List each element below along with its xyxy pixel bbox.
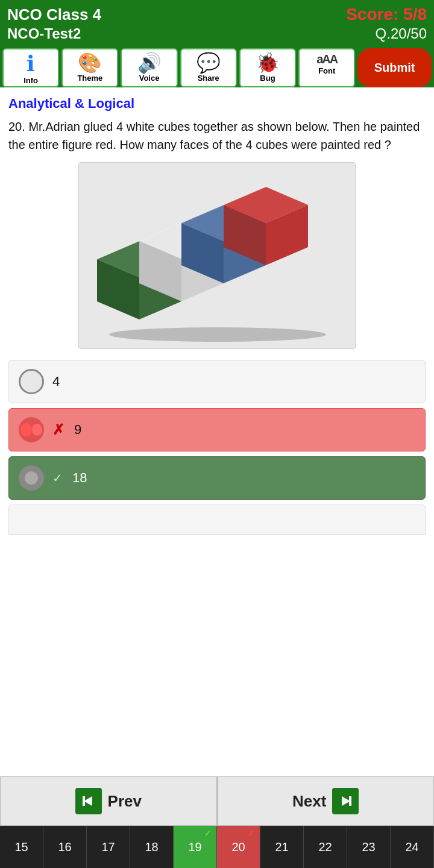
font-label: Font — [318, 66, 335, 75]
correct-icon: ✓ — [52, 471, 63, 485]
share-label: Share — [198, 74, 219, 83]
tick-icon: ✓ — [204, 828, 212, 838]
question-number: Q.20/50 — [376, 25, 427, 42]
qnum-15[interactable]: 15 — [0, 826, 43, 868]
svg-marker-18 — [84, 796, 92, 806]
answer-option-c[interactable]: ✓ 18 — [8, 456, 426, 500]
answer-text-b: 9 — [74, 422, 81, 438]
prev-button[interactable]: Prev — [0, 776, 218, 826]
next-icon — [332, 788, 359, 814]
navigation-bar: Prev Next — [0, 776, 434, 826]
content-area: Analytical & Logical 20. Mr.Adrian glued… — [0, 87, 434, 634]
question-text: 20. Mr.Adrian glued 4 white cubes togeth… — [8, 118, 426, 154]
qnum-17[interactable]: 17 — [87, 826, 130, 868]
voice-icon: 🔊 — [137, 53, 162, 72]
next-label: Next — [292, 792, 326, 811]
score-display: Score: 5/8 — [346, 5, 427, 24]
share-icon: 💬 — [197, 53, 221, 72]
qnum-18[interactable]: 18 — [130, 826, 174, 868]
app-title: NCO Class 4 — [7, 5, 101, 24]
test-name: NCO-Test2 — [7, 25, 81, 42]
answers-container: 4 ✗ 9 ✓ 18 — [8, 360, 426, 535]
wrong-icon: ✗ — [52, 421, 64, 438]
next-button[interactable]: Next — [218, 776, 435, 826]
answer-option-d[interactable] — [8, 505, 426, 535]
submit-all-button[interactable]: Submit — [357, 48, 432, 87]
toolbar: ℹ Info 🎨 Theme 🔊 Voice 💬 Share 🐞 Bug aAA… — [0, 45, 434, 87]
answer-text-a: 4 — [52, 374, 60, 389]
cross-icon: ✗ — [248, 828, 255, 838]
svg-point-1 — [109, 327, 326, 342]
svg-marker-20 — [342, 796, 350, 806]
theme-icon: 🎨 — [78, 53, 102, 72]
info-label: Info — [24, 76, 38, 85]
prev-label: Prev — [108, 792, 142, 811]
svg-rect-19 — [83, 796, 85, 806]
prev-icon — [75, 788, 102, 814]
voice-button[interactable]: 🔊 Voice — [121, 48, 177, 87]
font-button[interactable]: aAA Font — [298, 48, 355, 87]
bug-icon: 🐞 — [256, 53, 280, 72]
voice-label: Voice — [139, 74, 160, 83]
share-button[interactable]: 💬 Share — [180, 48, 237, 87]
radio-b — [19, 417, 44, 442]
answer-option-a[interactable]: 4 — [8, 360, 426, 403]
qnum-23[interactable]: 23 — [347, 826, 391, 868]
question-category: Analytical & Logical — [8, 96, 426, 112]
font-icon: aAA — [316, 53, 337, 65]
qnum-21[interactable]: 21 — [260, 826, 304, 868]
qnum-16[interactable]: 16 — [43, 826, 87, 868]
svg-rect-21 — [349, 796, 351, 806]
question-number-bar: 15 16 17 18 ✓ 19 ✗ 20 21 22 23 24 — [0, 826, 434, 868]
info-button[interactable]: ℹ Info — [2, 48, 59, 87]
qnum-22[interactable]: 22 — [304, 826, 347, 868]
theme-button[interactable]: 🎨 Theme — [61, 48, 118, 87]
question-image — [78, 162, 356, 349]
bug-label: Bug — [260, 74, 275, 83]
radio-c — [19, 465, 44, 491]
qnum-19[interactable]: ✓ 19 — [174, 826, 217, 868]
answer-text-c: 18 — [72, 470, 87, 486]
theme-label: Theme — [77, 74, 102, 83]
answer-option-b[interactable]: ✗ 9 — [8, 408, 426, 451]
info-icon: ℹ — [27, 53, 35, 75]
header: NCO Class 4 Score: 5/8 NCO-Test2 Q.20/50 — [0, 0, 434, 45]
bug-button[interactable]: 🐞 Bug — [239, 48, 296, 87]
qnum-20[interactable]: ✗ 20 — [217, 826, 260, 868]
radio-a — [19, 369, 44, 394]
qnum-24[interactable]: 24 — [391, 826, 434, 868]
